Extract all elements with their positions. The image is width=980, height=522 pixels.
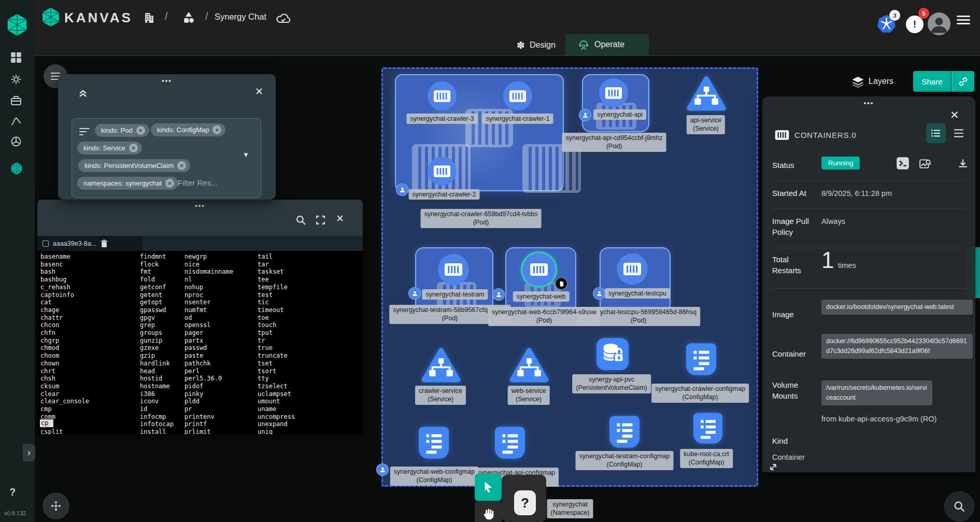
tab-design[interactable]: Design xyxy=(530,40,556,50)
pvc-label-name: synergy-api-pvc xyxy=(576,375,647,384)
menu-icon[interactable] xyxy=(957,13,970,26)
container-id-value[interactable]: docker://6d96990655cc952b4423304f3c57d66… xyxy=(821,334,973,359)
terminal-tab[interactable]: aaaa39e3-8a... xyxy=(37,236,142,251)
sidebar-item-extension-active[interactable] xyxy=(10,162,23,175)
filter-chip[interactable]: kinds: PersistentVolumeClaim✕ xyxy=(78,159,190,172)
terminal-content[interactable]: basename basenc bash bashbug c_rehash ca… xyxy=(37,251,363,434)
meshery-logo[interactable] xyxy=(5,13,29,37)
resize-diagonal-icon[interactable] xyxy=(769,462,778,472)
configmap-icon-crawler[interactable] xyxy=(686,343,716,375)
service-label[interactable]: api-service(Service) xyxy=(687,115,725,134)
close-icon[interactable]: ✕ xyxy=(336,213,344,224)
extensions-button[interactable] xyxy=(42,492,69,519)
pod-icon-crawler-2[interactable] xyxy=(428,157,457,186)
namespace-label[interactable]: synergychat(Namespace) xyxy=(547,499,593,518)
pod-icon-testcpu[interactable] xyxy=(617,253,648,285)
pod-label-name: synergychat-web-6ccb79f964-s9ssw xyxy=(492,308,596,316)
service-icon-crawler-service[interactable] xyxy=(421,347,461,384)
pod-name-label[interactable]: synergychat-testram xyxy=(422,289,488,300)
pod-icon-crawler-3[interactable] xyxy=(428,81,457,110)
pod-label[interactable]: synergychat-web-6ccb79f964-s9ssw(Pod) xyxy=(488,307,600,326)
download-icon[interactable] xyxy=(957,158,969,169)
kanvas-hexagon-logo[interactable] xyxy=(40,7,61,27)
search-icon[interactable] xyxy=(295,215,306,225)
filter-input-box[interactable]: kinds: Pod✕ kinds: ConfigMap✕ kinds: Ser… xyxy=(72,118,261,198)
service-icon-web-service[interactable] xyxy=(509,347,549,384)
sidebar-item-lifecycle[interactable] xyxy=(10,136,22,147)
pod-name-label[interactable]: synergychat-crawler-3 xyxy=(407,114,478,124)
close-icon[interactable]: ✕ xyxy=(950,109,959,121)
drag-handle-dots[interactable]: ••• xyxy=(762,99,975,107)
pod-label[interactable]: synergychat-api-cd954ccbf-j8mhz(Pod) xyxy=(562,133,666,152)
pod-label[interactable]: synergychat-crawler-659bd97cd4-tvbbs(Pod… xyxy=(421,209,542,228)
configmap-icon-api[interactable] xyxy=(495,427,525,459)
chip-close-icon[interactable]: ✕ xyxy=(129,144,138,152)
sidebar-item-settings[interactable] xyxy=(10,74,22,85)
collapse-chevrons-icon[interactable] xyxy=(78,88,88,98)
layers-icon[interactable] xyxy=(851,76,864,88)
drag-handle-dots[interactable]: ••• xyxy=(37,202,363,209)
configmap-label[interactable]: synergychat-testram-configmap(ConfigMap) xyxy=(575,451,673,470)
volume-mounts-value[interactable]: /var/run/secrets/kubernetes.io/serviceac… xyxy=(821,380,932,405)
service-label[interactable]: crawler-service(Service) xyxy=(415,386,466,405)
help-tool-button[interactable]: ? xyxy=(514,490,536,515)
sidebar-item-dashboard[interactable] xyxy=(10,52,22,63)
chip-close-icon[interactable]: ✕ xyxy=(212,125,221,134)
chevron-down-icon[interactable]: ▼ xyxy=(243,151,249,159)
configmap-label[interactable]: synergychat-web-configmap(ConfigMap) xyxy=(390,467,478,486)
pvc-label[interactable]: synergy-api-pvc(PersistentVolumeClaim) xyxy=(572,374,651,393)
drag-handle-dots[interactable]: ••• xyxy=(58,77,276,84)
filter-chip[interactable]: kinds: ConfigMap✕ xyxy=(151,123,225,136)
pvc-icon-synergy-api-pvc[interactable] xyxy=(596,338,629,370)
terminal-icon[interactable] xyxy=(896,157,910,170)
image-value[interactable]: docker.io/bootdotdev/synergychat-web:lat… xyxy=(821,300,973,315)
sidebar-expand-chevron[interactable]: › xyxy=(23,444,35,461)
chip-close-icon[interactable]: ✕ xyxy=(177,161,186,170)
close-icon[interactable]: ✕ xyxy=(255,86,263,97)
brand-name[interactable]: KANVAS xyxy=(64,10,133,26)
zoom-button[interactable] xyxy=(944,491,974,521)
service-label[interactable]: web-service(Service) xyxy=(508,386,550,405)
copy-link-button[interactable] xyxy=(951,71,974,92)
select-tool-button[interactable] xyxy=(475,474,502,501)
pod-icon-testram[interactable] xyxy=(438,254,469,285)
service-icon-api-service[interactable] xyxy=(686,76,727,112)
sidebar-item-performance[interactable] xyxy=(10,116,22,126)
tab-operate[interactable]: Operate xyxy=(565,34,649,55)
pod-name-label[interactable]: synergychat-testcpu xyxy=(605,288,670,299)
configmap-label[interactable]: synergychat-crawler-configmap(ConfigMap) xyxy=(651,384,749,403)
help-icon[interactable]: ? xyxy=(9,486,16,498)
filter-chip[interactable]: kinds: Service✕ xyxy=(77,142,142,154)
configmap-icon-kube-root-ca[interactable] xyxy=(693,413,722,444)
pod-name-label[interactable]: synergychat-crawler-2 xyxy=(409,189,480,200)
terminal-titlebar[interactable]: ••• ✕ xyxy=(37,200,363,236)
filter-chip[interactable]: namespaces: synergychat✕ xyxy=(77,177,178,190)
breadcrumb-project-name[interactable]: Synergy Chat xyxy=(215,12,266,22)
configmap-icon-web[interactable] xyxy=(419,427,449,459)
chip-close-icon[interactable]: ✕ xyxy=(136,126,145,135)
filter-input-placeholder[interactable]: Filter Res... xyxy=(178,178,218,187)
trash-icon[interactable] xyxy=(101,239,108,248)
list-view-button[interactable] xyxy=(953,129,964,138)
filter-chip[interactable]: kinds: Pod✕ xyxy=(95,124,149,137)
layers-label[interactable]: Layers xyxy=(869,77,893,86)
pod-name-label[interactable]: synergychat-api xyxy=(593,109,646,120)
shapes-icon[interactable] xyxy=(182,11,195,24)
pod-icon-api[interactable] xyxy=(599,78,628,107)
alert-icon[interactable]: ! xyxy=(906,16,924,33)
pan-tool-button[interactable] xyxy=(475,501,502,522)
avatar[interactable] xyxy=(928,12,950,35)
configmap-label[interactable]: kube-root-ca.crt(ConfigMap) xyxy=(680,449,733,468)
configmap-icon-testram[interactable] xyxy=(609,416,640,448)
pod-icon-web-selected[interactable] xyxy=(522,253,556,286)
pod-name-label[interactable]: synergychat-crawler-1 xyxy=(482,114,553,124)
building-icon[interactable] xyxy=(143,11,155,23)
dotted-list-toggle-button[interactable] xyxy=(926,123,946,143)
pod-icon-crawler-1[interactable] xyxy=(503,81,532,110)
sidebar-item-toolkit[interactable] xyxy=(10,95,22,106)
pod-name-label[interactable]: synergychat-web xyxy=(513,291,570,302)
chip-close-icon[interactable]: ✕ xyxy=(165,179,174,188)
share-button[interactable]: Share xyxy=(913,71,951,92)
image-search-icon[interactable] xyxy=(919,158,931,170)
expand-icon[interactable] xyxy=(315,215,326,225)
